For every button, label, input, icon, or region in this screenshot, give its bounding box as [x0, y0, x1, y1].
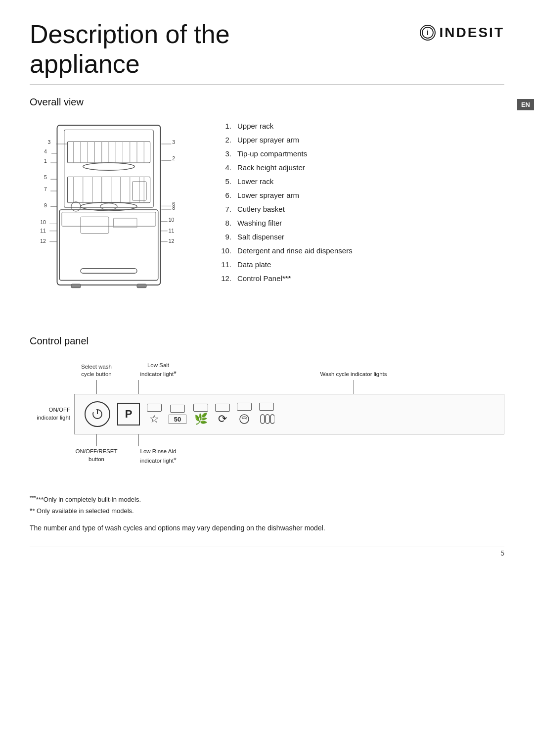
svg-rect-75 [270, 415, 274, 424]
svg-text:12: 12 [40, 238, 46, 243]
list-item: 7.Cutlery basket [218, 204, 504, 214]
cp-main-row: ON/OFFindicator light P [30, 394, 504, 434]
wash-icon-50: 50 [169, 405, 186, 424]
parts-items: 1.Upper rack 2.Upper sprayer arm 3.Tip-u… [218, 121, 504, 284]
svg-point-17 [83, 163, 135, 170]
svg-rect-37 [137, 284, 146, 288]
svg-text:8: 8 [172, 205, 175, 211]
svg-rect-35 [81, 268, 137, 273]
salt-indicator-group: ☆ [147, 404, 162, 425]
list-item: 6.Lower sprayer arm [218, 190, 504, 200]
single-star-footnote: ** Only available in selected models. [30, 506, 504, 515]
low-rinse-label: Low Rinse Aidindicator light* [124, 434, 193, 465]
svg-text:3: 3 [172, 140, 175, 145]
page-number: 5 [500, 549, 504, 557]
svg-rect-74 [266, 415, 269, 424]
dishwasher-diagram: 3 3 4 1 2 5 [30, 116, 198, 306]
list-item: 9.Salt dispenser [218, 232, 504, 242]
header-divider [30, 84, 504, 85]
svg-text:5: 5 [44, 175, 47, 180]
svg-text:11: 11 [169, 228, 175, 233]
svg-text:i: i [427, 29, 429, 37]
cp-top-labels: Select washcycle button Low Saltindicato… [74, 362, 504, 394]
svg-text:7: 7 [44, 187, 47, 192]
svg-text:4: 4 [44, 149, 47, 154]
lang-badge: EN [517, 99, 534, 110]
svg-text:12: 12 [169, 238, 175, 243]
wash-icon-glasses [259, 403, 274, 425]
svg-rect-36 [71, 284, 81, 288]
svg-text:1: 1 [44, 158, 47, 164]
on-off-reset-label: ON/OFF/RESETbutton [74, 434, 119, 463]
footnotes: ******Only in completely built-in models… [30, 494, 504, 531]
svg-rect-33 [81, 217, 109, 233]
svg-point-30 [100, 203, 117, 209]
svg-point-72 [240, 415, 249, 424]
svg-text:2: 2 [172, 156, 175, 161]
on-off-indicator-label: ON/OFFindicator light [37, 406, 70, 422]
logo-icon: i [420, 25, 436, 41]
cp-bottom-labels: ON/OFF/RESETbutton Low Rinse Aidindicato… [74, 434, 504, 465]
brand-logo: i INDESIT [420, 25, 504, 41]
overall-view-content: 3 3 4 1 2 5 [30, 116, 504, 306]
control-panel-title: Control panel [30, 335, 504, 347]
list-item: 5.Lower rack [218, 176, 504, 187]
list-item: 8.Washing filter [218, 218, 504, 228]
list-item: 1.Upper rack [218, 121, 504, 131]
list-item: 11.Data plate [218, 259, 504, 270]
svg-rect-18 [67, 177, 150, 202]
svg-text:10: 10 [169, 217, 175, 222]
low-salt-label: Low Saltindicator light* [124, 362, 193, 394]
svg-text:10: 10 [40, 219, 46, 225]
wash-icon-eco: 🌿 [193, 404, 208, 425]
select-wash-label: Select washcycle button [74, 363, 119, 394]
wash-cycle-label: Wash cycle indicator lights [203, 371, 504, 394]
wash-icon-quick: ⟳ [215, 404, 230, 425]
parts-list: 1.Upper rack 2.Upper sprayer arm 3.Tip-u… [218, 116, 504, 287]
page-header: Description of the appliance i INDESIT [30, 20, 504, 79]
brand-name: INDESIT [440, 25, 504, 41]
p-button[interactable]: P [117, 403, 140, 425]
wash-icon-rinse [237, 403, 252, 425]
control-panel-box: P ☆ 50 🌿 [74, 394, 504, 434]
cp-left-labels: ON/OFFindicator light [30, 406, 74, 422]
power-button[interactable] [85, 401, 110, 427]
triple-star-footnote: ******Only in completely built-in models… [30, 494, 504, 504]
list-item: 12.Control Panel*** [218, 273, 504, 284]
control-panel-section: Control panel Select washcycle button Lo… [30, 335, 504, 465]
overall-view-section: Overall view [30, 96, 504, 306]
cp-diagram-wrapper: Select washcycle button Low Saltindicato… [30, 362, 504, 465]
list-item: 2.Upper sprayer arm [218, 135, 504, 145]
svg-text:11: 11 [40, 228, 46, 233]
disclaimer: The number and type of wash cycles and o… [30, 524, 504, 532]
svg-rect-73 [261, 415, 265, 424]
overall-view-title: Overall view [30, 96, 504, 108]
list-item: 10.Detergent and rinse aid dispensers [218, 245, 504, 256]
svg-text:3: 3 [48, 140, 51, 145]
svg-text:9: 9 [44, 203, 47, 208]
list-item: 4.Rack height adjuster [218, 162, 504, 173]
list-item: 3.Tip-up compartments [218, 148, 504, 159]
bottom-divider [30, 547, 504, 547]
page-title: Description of the appliance [30, 20, 230, 79]
